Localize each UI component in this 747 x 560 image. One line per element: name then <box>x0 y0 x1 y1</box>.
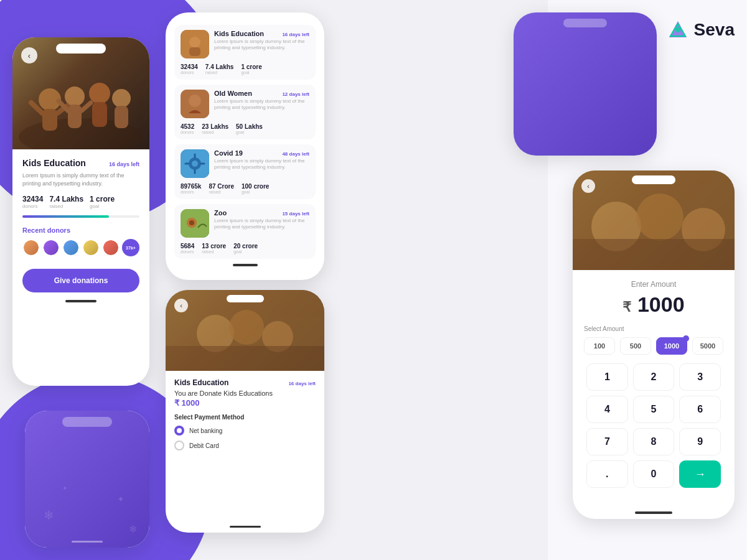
donors-label: donors <box>22 203 43 209</box>
list-stat: 13 crore raised <box>202 243 226 254</box>
list-item-top: Zoo 15 days left Lorem Ipsum is simply d… <box>181 209 309 238</box>
svg-rect-4 <box>68 105 82 128</box>
stat-val: 100 crore <box>242 183 269 190</box>
stat-lbl: raised <box>209 190 234 194</box>
radio-check <box>177 428 182 433</box>
numpad-8[interactable]: 8 <box>633 428 675 455</box>
list-item: Zoo 15 days left Lorem Ipsum is simply d… <box>174 204 316 259</box>
top-right-area: Seva <box>337 12 735 156</box>
list-thumb-covid <box>181 149 209 178</box>
numpad-9[interactable]: 9 <box>679 428 721 455</box>
svg-rect-40 <box>573 239 735 270</box>
currency-symbol: ₹ <box>622 299 631 315</box>
payment-option-debit[interactable]: Debit Card <box>174 441 316 450</box>
stat-lbl: raised <box>202 130 228 134</box>
phone-top-right <box>514 12 657 156</box>
amount-display: ₹ 1000 <box>584 292 723 317</box>
list-stat: 89765k donors <box>181 183 201 194</box>
list-days-women: 12 days left <box>282 91 309 97</box>
avatar-img-5 <box>103 240 118 255</box>
thumb-art-kids <box>181 30 209 58</box>
list-stats-covid: 89765k donors 87 Crore raised 100 crore … <box>181 183 309 194</box>
payment-days: 16 days left <box>288 381 316 386</box>
title-row: Kids Education 16 days left <box>22 158 139 168</box>
list-stat: 5684 donors <box>181 243 194 254</box>
give-donations-button[interactable]: Give donations <box>22 269 139 292</box>
list-item-top: Covid 19 48 days left Lorem Ipsum is sim… <box>181 149 309 178</box>
donor-count-extra: 37k+ <box>122 239 139 256</box>
back-button[interactable]: ‹ <box>21 47 37 63</box>
donor-avatar-1 <box>22 239 40 256</box>
brand-name: Seva <box>694 20 735 40</box>
numpad-2[interactable]: 2 <box>633 363 675 391</box>
avatar-img-3 <box>63 240 78 255</box>
svg-point-30 <box>229 310 264 345</box>
list-bottom-bar <box>174 264 316 266</box>
stat-lbl: raised <box>205 70 234 75</box>
list-stats-zoo: 5684 donors 13 crore raised 20 crore goa… <box>181 243 309 254</box>
enter-amount-label: Enter Amount <box>584 280 723 289</box>
list-days-zoo: 15 days left <box>282 211 309 217</box>
payment-amount: ₹ 1000 <box>174 398 316 408</box>
days-left-badge: 16 days left <box>109 161 139 167</box>
payment-donate-text: You are Donate Kids Educations <box>174 390 316 397</box>
stat-val: 5684 <box>181 243 194 250</box>
list-item-top: Kids Education 16 days left Lorem Ipsum … <box>181 30 309 58</box>
goal-value: 1 crore <box>90 195 115 203</box>
list-item-info-zoo: Zoo 15 days left Lorem Ipsum is simply d… <box>214 209 309 231</box>
list-stat: 4532 donors <box>181 123 194 134</box>
phone-top-right-notch <box>563 19 607 27</box>
stat-lbl: goal <box>242 190 269 194</box>
list-stat: 32434 donors <box>181 63 198 75</box>
list-title-kids: Kids Education <box>214 30 264 37</box>
numpad-dot[interactable]: . <box>586 460 628 488</box>
chip-1000[interactable]: 1000 <box>656 337 687 355</box>
numpad-4[interactable]: 4 <box>586 396 628 423</box>
chip-100[interactable]: 100 <box>584 337 615 355</box>
list-days-covid: 48 days left <box>282 151 309 157</box>
list-stat: 50 Lakhs goal <box>236 123 263 134</box>
donors-row: 37k+ <box>22 239 139 256</box>
col2: Kids Education 16 days left Lorem Ipsum … <box>166 12 327 548</box>
progress-bar-fill <box>22 215 109 218</box>
svg-rect-2 <box>42 109 57 131</box>
stat-val: 4532 <box>181 123 194 130</box>
payment-back-button[interactable]: ‹ <box>174 299 188 312</box>
payment-option-netbanking[interactable]: Net banking <box>174 426 316 436</box>
detail-description: Lorem Ipsum is simply dummy text of the … <box>22 172 139 187</box>
numpad-7[interactable]: 7 <box>586 428 628 455</box>
list-stat: 87 Crore raised <box>209 183 234 194</box>
phone-payment: ‹ Kids Education 16 days left You are Do… <box>166 290 324 533</box>
svg-point-27 <box>189 220 194 225</box>
detail-hero-image: ‹ <box>12 37 149 149</box>
list-item-info-covid: Covid 19 48 days left Lorem Ipsum is sim… <box>214 149 309 171</box>
home-bar-empty <box>72 541 103 543</box>
list-thumb-zoo <box>181 209 209 238</box>
stat-raised: 7.4 Lakhs raised <box>49 195 83 209</box>
chip-5000[interactable]: 5000 <box>692 337 723 355</box>
numpad-6[interactable]: 6 <box>679 396 721 423</box>
amount-back-button[interactable]: ‹ <box>581 179 595 193</box>
numpad-0[interactable]: 0 <box>633 460 675 488</box>
detail-body: Kids Education 16 days left Lorem Ipsum … <box>12 149 149 311</box>
goal-label: goal <box>90 203 115 209</box>
amount-body: Enter Amount ₹ 1000 Select Amount 100 50… <box>573 270 735 494</box>
numpad-1[interactable]: 1 <box>586 363 628 391</box>
chip-500[interactable]: 500 <box>620 337 651 355</box>
recent-donors-label: Recent donors <box>22 226 139 234</box>
numpad-go[interactable]: → <box>679 460 721 488</box>
home-bar-detail <box>65 300 96 302</box>
phone-notch-empty <box>62 417 112 427</box>
numpad-3[interactable]: 3 <box>679 363 721 391</box>
svg-point-38 <box>636 194 684 241</box>
list-bottom-pill <box>233 264 258 266</box>
payment-method-label: Select Payment Method <box>174 414 316 421</box>
list-stat: 23 Lakhs raised <box>202 123 228 134</box>
phone-amount: ‹ Enter Amount ₹ 1000 Select Amount 100 … <box>573 170 735 519</box>
numpad-5[interactable]: 5 <box>633 396 675 423</box>
donor-avatar-5 <box>102 239 120 256</box>
list-title-row: Zoo 15 days left <box>214 209 309 217</box>
svg-point-5 <box>89 83 110 104</box>
stat-val: 7.4 Lakhs <box>205 63 234 70</box>
thumb-art-covid <box>181 149 209 178</box>
